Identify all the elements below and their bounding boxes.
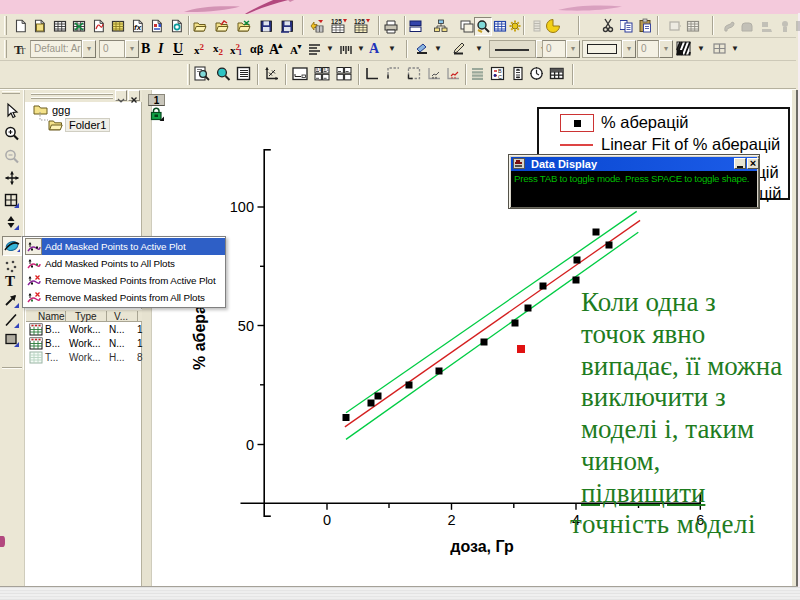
svg-text:0: 0 [246, 437, 254, 453]
svg-text:100: 100 [230, 199, 254, 215]
svg-text:50: 50 [238, 318, 254, 334]
svg-text:0: 0 [323, 512, 331, 528]
svg-text:2: 2 [447, 512, 455, 528]
svg-text:доза, Гр: доза, Гр [450, 538, 514, 555]
